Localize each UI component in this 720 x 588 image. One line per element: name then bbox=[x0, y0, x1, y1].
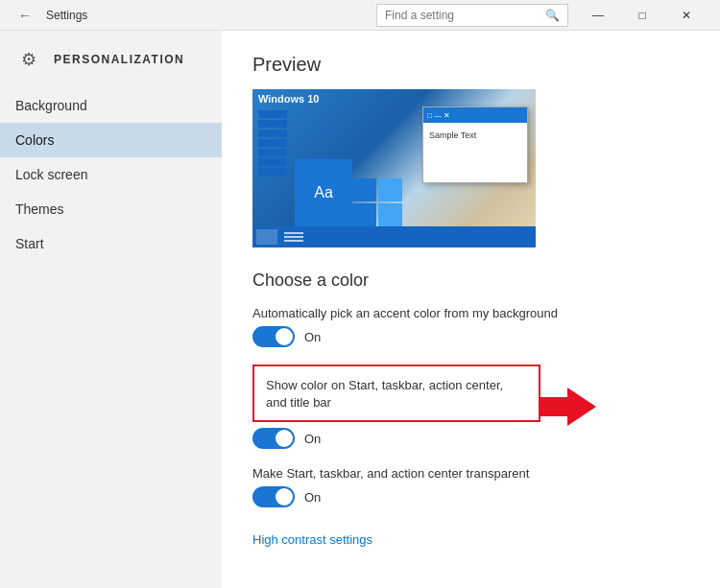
option2-label: Show color on Start, taskbar, action cen… bbox=[266, 378, 503, 410]
preview-container: Windows 10 Aa bbox=[252, 89, 536, 247]
sidebar-item-background-label: Background bbox=[15, 98, 87, 113]
preview-dialog: □ — ✕ Sample Text bbox=[422, 106, 528, 183]
option2-highlight-box: Show color on Start, taskbar, action cen… bbox=[252, 365, 540, 422]
maximize-button[interactable]: □ bbox=[620, 0, 664, 31]
arrow-svg bbox=[539, 388, 596, 426]
search-icon: 🔍 bbox=[545, 9, 560, 22]
sidebar-item-colors-label: Colors bbox=[15, 132, 54, 148]
main-layout: ⚙ PERSONALIZATION Background Colors Lock… bbox=[0, 31, 720, 588]
preview-tile-4 bbox=[378, 203, 402, 226]
sidebar-app-title: PERSONALIZATION bbox=[54, 53, 184, 66]
sidebar-item-start[interactable]: Start bbox=[0, 226, 222, 261]
sidebar-item-colors[interactable]: Colors bbox=[0, 123, 222, 157]
preview-taskbar-line-1 bbox=[284, 232, 303, 234]
window-controls: — □ ✕ bbox=[576, 0, 708, 31]
window-title: Settings bbox=[46, 9, 87, 22]
sidebar-item-lock-screen-label: Lock screen bbox=[15, 167, 87, 182]
preview-dialog-title: □ — ✕ bbox=[427, 111, 450, 120]
option1-toggle[interactable] bbox=[252, 326, 295, 347]
preview-title: Preview bbox=[252, 54, 689, 76]
option2-toggle-row: On bbox=[252, 428, 689, 449]
preview-dialog-titlebar: □ — ✕ bbox=[423, 107, 527, 123]
option3-toggle-label: On bbox=[304, 490, 321, 505]
preview-taskbar-line-3 bbox=[284, 240, 303, 242]
preview-dialog-content: Sample Text bbox=[423, 123, 527, 148]
content-area: Preview Windows 10 Aa bbox=[222, 31, 720, 588]
option2-toggle[interactable] bbox=[252, 428, 295, 449]
option1-toggle-label: On bbox=[304, 330, 321, 344]
option3-toggle-row: On bbox=[252, 486, 689, 507]
option1-toggle-row: On bbox=[252, 326, 689, 347]
sidebar-header: ⚙ PERSONALIZATION bbox=[0, 31, 222, 88]
preview-color-tiles-left bbox=[258, 110, 287, 176]
title-bar-left: ← Settings bbox=[12, 2, 376, 29]
sidebar-item-background[interactable]: Background bbox=[0, 88, 222, 123]
sidebar-item-themes[interactable]: Themes bbox=[0, 192, 222, 226]
sidebar-item-start-label: Start bbox=[15, 236, 44, 251]
option3-label: Make Start, taskbar, and action center t… bbox=[252, 466, 689, 481]
arrow-indicator bbox=[539, 388, 596, 430]
preview-color-grid bbox=[352, 178, 402, 226]
preview-tile-1 bbox=[352, 178, 376, 201]
preview-aa-block: Aa bbox=[295, 159, 352, 226]
preview-taskbar-lines bbox=[284, 232, 303, 242]
sidebar-item-themes-label: Themes bbox=[15, 201, 64, 217]
preview-taskbar bbox=[252, 226, 536, 247]
preview-start-btn bbox=[256, 229, 277, 245]
preview-tile-3 bbox=[352, 203, 376, 226]
preview-windows10-label: Windows 10 bbox=[258, 93, 319, 105]
option1-label: Automatically pick an accent color from … bbox=[252, 306, 689, 320]
option3-toggle[interactable] bbox=[252, 486, 295, 507]
preview-background: Windows 10 Aa bbox=[252, 89, 536, 247]
choose-color-title: Choose a color bbox=[252, 270, 689, 291]
sidebar: ⚙ PERSONALIZATION Background Colors Lock… bbox=[0, 31, 222, 588]
search-input[interactable] bbox=[385, 9, 545, 22]
svg-marker-0 bbox=[539, 388, 596, 426]
close-button[interactable]: ✕ bbox=[664, 0, 708, 31]
preview-taskbar-line-2 bbox=[284, 236, 303, 238]
sidebar-item-lock-screen[interactable]: Lock screen bbox=[0, 157, 222, 192]
preview-tile-2 bbox=[378, 178, 402, 201]
back-button[interactable]: ← bbox=[12, 2, 38, 29]
high-contrast-link[interactable]: High contrast settings bbox=[252, 532, 372, 547]
gear-icon: ⚙ bbox=[15, 46, 42, 73]
search-bar[interactable]: 🔍 bbox=[376, 4, 568, 27]
minimize-button[interactable]: — bbox=[576, 0, 620, 31]
title-bar: ← Settings 🔍 — □ ✕ bbox=[0, 0, 720, 31]
option2-wrapper: Show color on Start, taskbar, action cen… bbox=[252, 365, 689, 424]
option2-toggle-label: On bbox=[304, 432, 321, 446]
preview-sample-text: Sample Text bbox=[429, 130, 476, 140]
